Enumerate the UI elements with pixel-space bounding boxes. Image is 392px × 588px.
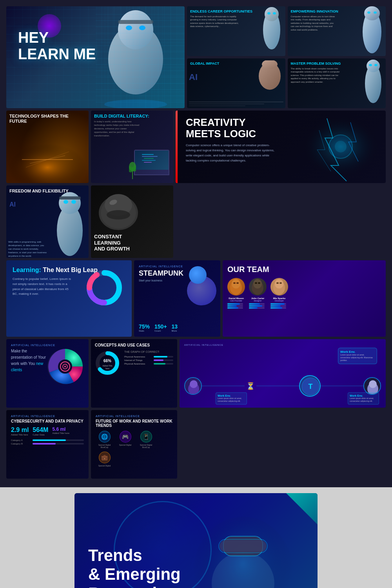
- laptop-graphic: [134, 150, 169, 175]
- cyber-bar-2-bg: [33, 443, 84, 445]
- freedom-text: With skills in programming, web developm…: [8, 240, 47, 258]
- cyber-bar-1-fill: [33, 439, 66, 441]
- side-row-bottom: GLOBAL IMPACT AI: [187, 58, 386, 108]
- node-1-circle: [184, 377, 202, 395]
- svg-point-19: [374, 64, 377, 66]
- circle-small: [189, 266, 207, 284]
- learning-prefix: Learning:: [13, 267, 41, 273]
- svg-point-60: [276, 282, 279, 284]
- svg-point-66: [64, 366, 66, 367]
- bar-label-2: Internet of Things: [124, 359, 152, 361]
- member-1-role: CEO Founder: [227, 299, 245, 302]
- make-label: ARTIFICIAL INTELLIGENCE: [11, 344, 84, 347]
- node-1: [184, 377, 202, 395]
- svg-point-18: [369, 64, 372, 66]
- cyber-stat-1-label: Added Title here: [11, 434, 29, 436]
- bar-row-6: [249, 307, 267, 309]
- bar-row-8: [270, 305, 288, 307]
- row6-spacer: [180, 410, 386, 479]
- connector-3: [321, 386, 363, 386]
- career-robot: [259, 6, 285, 55]
- svg-rect-24: [142, 154, 154, 155]
- energy-visual: [296, 111, 386, 183]
- svg-point-8: [267, 12, 270, 15]
- concepts-donut: 66% Added Title here: [95, 350, 120, 377]
- slide-global: GLOBAL IMPACT AI: [187, 58, 285, 108]
- member-3-avatar: [270, 278, 288, 296]
- slide-freedom: FREEDOM AND FLEXIBILITY AI With skills i…: [6, 185, 89, 258]
- svg-point-9: [273, 12, 276, 15]
- plant-deco: [129, 160, 136, 179]
- work-card-2-title: Work Env.: [218, 394, 245, 397]
- connector-2: [256, 386, 299, 386]
- cyber-bar-1-bg: [33, 439, 84, 441]
- svg-point-37: [59, 192, 81, 214]
- slide-digital: BUILD DIGITAL LITERACY: In today's world…: [91, 111, 173, 183]
- career-text: The demand for tech professionals is rap…: [190, 15, 241, 28]
- stat-2: 150+ Count: [154, 323, 167, 332]
- svg-point-39: [71, 200, 76, 204]
- cyber-stat-1-num: 2.9 ml: [11, 426, 29, 434]
- team-member-2: John Carter Designer: [249, 278, 267, 309]
- side-cards-column: ENDLESS CAREER OPPORTUNITIES The demand …: [187, 6, 386, 108]
- row-3: FREEDOM AND FLEXIBILITY AI With skills i…: [6, 185, 386, 258]
- row-6: ARTIFICIAL INTELLIGENCE CYBERSECURITY AN…: [6, 410, 386, 479]
- cyber-label: ARTIFICIAL INTELLIGENCE: [11, 415, 84, 417]
- future-icon-4: 💼 Special Digital: [96, 452, 113, 467]
- global-face-svg: [256, 60, 283, 100]
- laptop-screen: [135, 151, 169, 170]
- concept-bar-1: Physical Awareness: [124, 356, 173, 358]
- cyber-stat-2-label: Cyber Data: [33, 434, 48, 436]
- handshake-glow: [6, 136, 89, 183]
- learning-text: Contrary to popular belief, Lorem Ipsum …: [13, 277, 73, 297]
- donut-svg: [85, 268, 124, 307]
- node-2: T: [299, 375, 321, 397]
- member-2-face: [249, 278, 267, 296]
- row3-spacer: [176, 185, 386, 258]
- svg-point-51: [232, 279, 240, 289]
- creativity-text: Computer science offers a unique blend o…: [182, 143, 276, 163]
- global-face: [256, 60, 283, 100]
- vr-person-figure: [180, 497, 306, 588]
- concepts-bars: THE GRAPH OF CORRECT: Physical Awareness…: [124, 350, 173, 366]
- svg-text:66%: 66%: [103, 359, 111, 363]
- future-label: ARTIFICIAL INTELLIGENCE: [96, 415, 172, 417]
- pie-svg: [45, 347, 85, 386]
- work-card-1-text: Lorem ipsum dolor sit amet, consectetur …: [340, 354, 375, 362]
- row-5: ARTIFICIAL INTELLIGENCE Make the present…: [6, 339, 386, 408]
- ai-badge-freedom: AI: [9, 201, 16, 208]
- work-env-card-2: Work Env. Lorem ipsum dolor sit amet, co…: [216, 392, 247, 405]
- handshake-svg: [6, 136, 89, 183]
- future-circle-3: 📱: [140, 431, 152, 443]
- slide-hero: HEY LEARN ME: [6, 6, 185, 108]
- cyber-bars: Category A Category B: [11, 439, 84, 445]
- vr-person-svg: [180, 497, 306, 588]
- slide-cyber: ARTIFICIAL INTELLIGENCE CYBERSECURITY AN…: [6, 410, 89, 479]
- future-icon-3: 📱 Special Digital BootCap: [137, 431, 155, 448]
- cyber-title: CYBERSECURITY AND DATA PRIVACY: [11, 419, 84, 423]
- future-circle-2: 🎮: [120, 431, 131, 443]
- future-circle-4: 💼: [99, 452, 111, 463]
- member-1-face: [227, 278, 245, 296]
- bar-row-5: [249, 305, 267, 307]
- slide-tech: TECHNOLOGY SHAPES THE FUTURE: [6, 111, 89, 183]
- problem-robot: [361, 59, 385, 106]
- career-robot-svg: [259, 6, 285, 55]
- svg-point-53: [236, 282, 239, 284]
- svg-point-74: [190, 380, 198, 388]
- concepts-donut-svg: 66% Added Title here: [95, 350, 120, 376]
- concepts-title: CONCEPTS AND USE CASES: [95, 343, 173, 347]
- digital-text: In today's world, understanding how tech…: [94, 120, 140, 138]
- cyber-stat-3-label: Added Title here: [52, 432, 69, 434]
- pie-chart: [45, 347, 85, 386]
- make-text: Make the presentation of Your work with …: [11, 348, 46, 373]
- future-icons: 🌐 Special Digital BootCap 🎮 Special Digi…: [96, 431, 172, 467]
- problem-text: The ability to break down complex issues…: [291, 67, 341, 83]
- ai-timeline: Work Env. Lorem ipsum dolor sit amet, co…: [184, 348, 381, 405]
- cyber-bar-2-label: Category B: [11, 443, 31, 445]
- concepts-content: 66% Added Title here THE GRAPH OF CORREC…: [95, 350, 173, 377]
- trends-title: Trends & Emerging Research: [88, 546, 181, 588]
- side-row-top: ENDLESS CAREER OPPORTUNITIES The demand …: [187, 6, 386, 56]
- cyber-bar-2: Category B: [11, 443, 84, 445]
- energy-svg: [296, 111, 386, 183]
